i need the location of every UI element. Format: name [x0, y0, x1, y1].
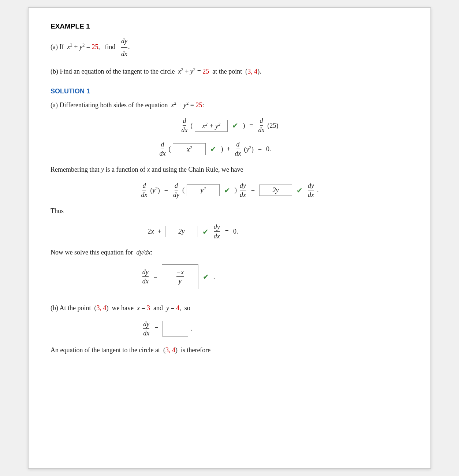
lparen-3: (: [182, 186, 184, 194]
equals-6: =: [154, 273, 157, 281]
final-text: An equation of the tangent to the circle…: [51, 345, 408, 356]
rparen-1: ): [243, 122, 245, 130]
equals-2: =: [258, 145, 262, 153]
input-box-7[interactable]: [163, 321, 188, 337]
dy-dx-end: dy dx: [307, 182, 315, 199]
y2-rhs: (y2): [244, 145, 254, 153]
checkmark-2: ✔: [210, 145, 216, 153]
chain-rule-eq: d dx (y2) = d dy ( y2 ✔ ) dy dx = 2y ✔ d…: [51, 182, 408, 199]
input-box-3[interactable]: y2: [187, 184, 220, 196]
red-25-sol: 25: [195, 101, 202, 109]
period-2: .: [213, 273, 215, 281]
equals-3: =: [164, 186, 168, 194]
d-dy-frac: d dy: [172, 182, 180, 199]
red-25-a: 25: [92, 43, 98, 51]
dy-dx-sol-b: dy dx = .: [0, 320, 408, 337]
dy-dx-chain: dy dx: [239, 182, 247, 199]
red-3-b: 3, 4: [247, 68, 257, 75]
thus-text: Thus: [51, 205, 408, 217]
rparen-2: ): [221, 145, 223, 153]
d-dx-frac-3: d dx: [158, 141, 166, 157]
dy-dx-b: dy dx: [142, 320, 150, 337]
y2-chain: (y2): [150, 186, 160, 194]
d-dx-frac-1: d dx: [180, 117, 188, 134]
part-b: (b) Find an equation of the tangent to t…: [51, 66, 408, 77]
period-1: .: [317, 186, 319, 194]
dy-dx-final: dy dx: [142, 268, 149, 285]
thus-eq: 2x + 2y ✔ dy dx = 0.: [0, 223, 408, 240]
red-34-b: 3, 4: [96, 304, 106, 312]
input-box-4[interactable]: 2y: [259, 185, 292, 196]
final-dy-eq: dy dx = −x y ✔ .: [0, 264, 408, 289]
lparen-1: (: [190, 122, 193, 130]
equals-4: =: [251, 186, 255, 194]
example-title: EXAMPLE 1: [51, 22, 408, 30]
input-box-6[interactable]: −x y: [162, 264, 198, 289]
zero-2: 0.: [233, 228, 238, 235]
d-dx-frac-5: d dx: [140, 182, 148, 199]
page: EXAMPLE 1 (a) If x2 + y2 = 25, find dy d…: [28, 7, 431, 469]
lparen-2: (: [168, 145, 171, 153]
eq-row-2: d dx ( x2 ✔ ) + d dx (y2) = 0.: [21, 141, 408, 157]
red-34-final: 3, 4: [165, 346, 175, 354]
equals-5: =: [225, 228, 229, 235]
d-dx-frac-4: d dx: [234, 141, 242, 157]
plus-1: +: [227, 145, 230, 153]
25-rhs: (25): [268, 122, 279, 130]
input-box-2[interactable]: x2: [173, 143, 206, 155]
equals-7: =: [154, 325, 158, 332]
input-box-1[interactable]: x2 + y2: [195, 120, 228, 132]
rparen-3: ): [235, 186, 237, 194]
checkmark-1: ✔: [232, 121, 238, 130]
part-a: (a) If x2 + y2 = 25, find dy dx .: [51, 36, 408, 59]
sol-a-text: (a) Differentiating both sides of the eq…: [51, 100, 408, 111]
d-dx-frac-2: d dx: [258, 117, 265, 134]
checkmark-3: ✔: [224, 186, 230, 195]
eq-row-1: d dx ( x2 + y2 ✔ ) = d dx (25): [51, 117, 408, 134]
input-box-5[interactable]: 2y: [165, 226, 198, 237]
dy-dx-thus: dy dx: [213, 223, 221, 240]
checkmark-5: ✔: [202, 227, 209, 236]
period-3: .: [190, 325, 192, 332]
chain-rule-text: Remembering that y is a function of x an…: [51, 164, 408, 175]
plus-2: +: [158, 228, 161, 235]
solve-text: Now we solve this equation for dy/dx:: [51, 247, 408, 258]
equals-1: =: [249, 122, 253, 130]
checkmark-4: ✔: [296, 186, 303, 195]
red-4-sol: 4: [176, 304, 179, 312]
red-25-b: 25: [202, 68, 209, 75]
checkmark-6: ✔: [203, 272, 209, 281]
zero-1: 0.: [266, 145, 271, 153]
sol-b-text: (b) At the point (3, 4) we have x = 3 an…: [51, 302, 408, 314]
red-3-sol: 3: [147, 304, 150, 312]
solution-title: SOLUTION 1: [51, 88, 408, 95]
2x-term: 2x: [148, 228, 154, 235]
dy-dx-inline: dy dx: [120, 36, 128, 59]
